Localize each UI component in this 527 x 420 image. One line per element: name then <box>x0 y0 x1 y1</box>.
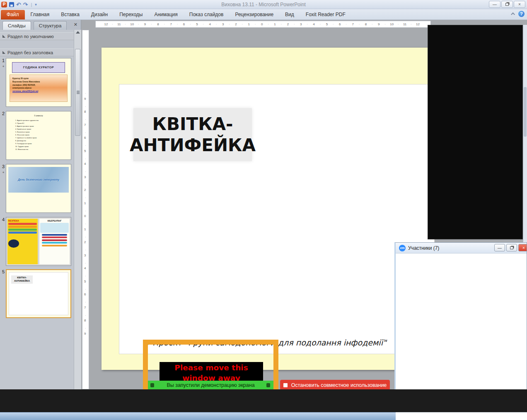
windows-taskbar <box>0 412 396 420</box>
ruler-number: 7 <box>84 123 86 126</box>
ribbon-tab-файл[interactable]: Файл <box>1 10 25 19</box>
ruler-number: 4 <box>313 22 314 26</box>
ruler-tick: · <box>281 22 282 26</box>
ruler-number: 1 <box>84 201 86 205</box>
ruler-number: 8 <box>365 22 367 26</box>
ruler-tick: · <box>384 22 386 26</box>
ribbon-tab-вставка[interactable]: Вставка <box>55 10 85 19</box>
slide-thumbnail-5[interactable]: КВІТКА-АНТИФЕЙКА <box>6 269 71 318</box>
close-panel-icon[interactable]: ✕ <box>74 22 77 27</box>
ruler-number: 9 <box>144 22 146 26</box>
ribbon-tab-анимация[interactable]: Анимация <box>148 10 183 19</box>
quick-access-toolbar: P ↶ ↷ | ▾ <box>0 2 37 7</box>
ruler-tick: · <box>85 131 86 135</box>
ruler-tick: · <box>268 22 269 26</box>
thumb-line: електронна адреса: <box>12 87 65 90</box>
scroll-up-icon[interactable] <box>76 31 80 34</box>
powerpoint-titlebar: P ↶ ↷ | ▾ Виховна 13.11 - Microsoft Powe… <box>0 0 527 9</box>
stop-share-button[interactable]: Остановить совместное использование <box>280 380 390 390</box>
thumb-list-item: 1. Адміністративне судочинство <box>15 119 71 122</box>
thumb-line: Воронова Олена Миколаївна <box>12 80 65 84</box>
slide-content-box: КВІТКА-АНТИФЕЙКА © Проєкт "Групи самодоп… <box>119 84 435 354</box>
ruler-tick: · <box>85 183 86 187</box>
video-panel <box>428 25 523 239</box>
ruler-number: 5 <box>84 279 86 283</box>
poster-left: БЕЗПЕКА <box>7 219 38 264</box>
slide-thumbnail-4[interactable]: БЕЗПЕКАКІБЕРБУЛІНГ <box>6 217 71 266</box>
help-icon[interactable]: ? <box>518 11 525 17</box>
ribbon-tab-главная[interactable]: Главная <box>25 10 56 19</box>
ruler-number: 11 <box>403 22 406 26</box>
minimize-button[interactable]: — <box>489 1 500 8</box>
slide-thumbnail-1[interactable]: ГОДИНА КУРАТОРКуратор 36 групиВоронова О… <box>6 58 71 107</box>
ruler-number: 2 <box>235 22 237 26</box>
ruler-number: 2 <box>84 188 86 192</box>
ruler-tick: · <box>177 22 178 26</box>
thumb-list: ІІ семестр1. Адміністративне судочинство… <box>6 111 71 151</box>
slide-thumbnail-3[interactable]: День безпечного інтернету <box>6 164 71 213</box>
ruler-tick: · <box>85 235 86 239</box>
slide-thumbnail-panel: Раздел по умолчаниюРаздел без заголовка1… <box>0 30 81 389</box>
slide-thumbnail-2[interactable]: ІІ семестр1. Адміністративне судочинство… <box>6 111 71 160</box>
ruler-tick: · <box>85 274 86 278</box>
ruler-number: 9 <box>84 331 86 335</box>
ribbon-tab-рецензирование[interactable]: Рецензирование <box>229 10 279 19</box>
ruler-number: 11 <box>117 22 121 26</box>
ruler-tick: · <box>138 22 139 26</box>
tab-outline[interactable]: Структура <box>34 21 67 30</box>
poster-illustration <box>40 223 69 233</box>
ribbon-tab-переходы[interactable]: Переходы <box>114 10 148 19</box>
poster-stripe <box>8 226 37 228</box>
close-button[interactable]: × <box>514 1 525 8</box>
ribbon-tab-вид[interactable]: Вид <box>279 10 300 19</box>
poster-left-title: БЕЗПЕКА <box>8 220 37 222</box>
participants-close-button[interactable]: × <box>518 244 527 251</box>
ruler-tick: · <box>85 92 86 95</box>
ribbon-tab-foxit-reader-pdf[interactable]: Foxit Reader PDF <box>300 10 351 19</box>
slide-number: 4 <box>1 217 6 222</box>
thumb-list-item: 2. Право ЄС <box>15 122 71 125</box>
participants-titlebar: zm Участники (7) — × <box>396 243 527 253</box>
restore-button[interactable] <box>501 1 513 8</box>
ruler-number: 9 <box>84 97 86 100</box>
scrollbar-thumb[interactable] <box>75 49 80 136</box>
ruler-tick: · <box>411 22 412 26</box>
thumb-list-items: 1. Адміністративне судочинство2. Право Є… <box>15 119 71 151</box>
zoom-toolbar <box>0 389 527 412</box>
sidebar-scrollbar[interactable] <box>74 30 81 389</box>
section-label: Раздел без заголовка <box>7 50 53 55</box>
stop-icon <box>283 383 288 387</box>
ruler-tick: · <box>190 22 191 26</box>
collapse-icon <box>2 51 5 54</box>
poster-stripe <box>8 223 37 225</box>
poster-photo <box>8 239 19 248</box>
ruler-tick: · <box>164 22 165 26</box>
ruler-number: 9 <box>378 22 380 26</box>
section-header-untitled[interactable]: Раздел без заголовка <box>0 48 74 56</box>
customize-toolbar-icon[interactable]: ▾ <box>35 2 37 7</box>
powerpoint-scrollbar[interactable] <box>523 25 527 242</box>
poster-pill <box>42 239 67 241</box>
ribbon-tab-дизайн[interactable]: Дизайн <box>85 10 114 19</box>
horizontal-ruler: 12·11·10·9·8·7·6·5·4·3·2·1·0·1·2·3·4·5·6… <box>95 21 431 28</box>
animation-indicator-icon: ✦ <box>1 65 6 68</box>
ruler-number: 3 <box>300 22 302 26</box>
save-icon[interactable] <box>9 2 14 7</box>
redo-icon[interactable]: ↷ <box>23 2 28 7</box>
slide-number: 5 <box>1 269 6 274</box>
tab-slides[interactable]: Слайды <box>2 21 31 30</box>
vertical-ruler: 9·8·7·6·5·4·3·2·1·0·1·2·3·4·5·6·7·8·9· <box>82 30 89 389</box>
section-label: Раздел по умолчанию <box>7 34 54 39</box>
poster-right: КІБЕРБУЛІНГ <box>39 219 70 264</box>
ruler-number: 1 <box>84 227 86 231</box>
banner-right-icon <box>266 383 270 387</box>
thumb-title: ГОДИНА КУРАТОР <box>12 62 65 73</box>
participants-restore-button[interactable] <box>506 244 517 251</box>
ribbon-tab-показ-слайдов[interactable]: Показ слайдов <box>184 10 230 19</box>
undo-icon[interactable]: ↶ <box>16 2 21 7</box>
ruler-number: 10 <box>390 22 394 26</box>
section-header-default[interactable]: Раздел по умолчанию <box>0 32 74 40</box>
powerpoint-app-icon[interactable]: P <box>1 2 7 7</box>
thumb-email-link[interactable]: voronova_elena238@ukr.net <box>12 90 65 93</box>
participants-minimize-button[interactable]: — <box>494 244 505 251</box>
